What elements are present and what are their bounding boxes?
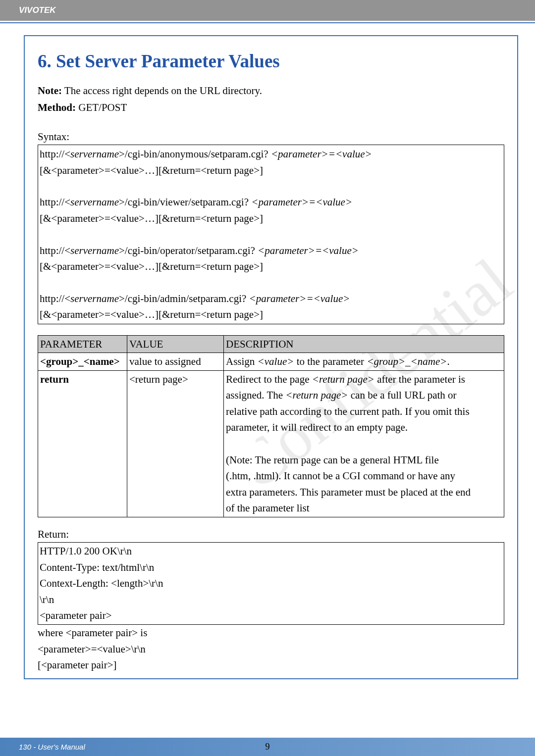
servername-ital: servername (70, 245, 119, 256)
param-ital: <parameter>=<value> (271, 148, 372, 160)
i: <value> (258, 355, 294, 367)
t: to the parameter (294, 355, 367, 367)
t: (.htm, .html). It cannot be a CGI comman… (226, 468, 502, 484)
cell-value: value to assigned (127, 353, 224, 371)
return-line: Content-Type: text/html\r\n (40, 559, 502, 576)
cell-desc: Redirect to the page <return page> after… (224, 370, 504, 517)
method-value: GET/POST (76, 101, 127, 113)
return-line: \r\n (40, 592, 502, 608)
brand-text: VIVOTEK (19, 5, 56, 15)
cell-value: <return page> (127, 370, 224, 517)
return-line: HTTP/1.0 200 OK\r\n (40, 543, 502, 559)
cell-desc: Assign <value> to the parameter <group>_… (224, 353, 504, 371)
syntax-line: [&<parameter>=<value>…][&return=<return … (40, 162, 502, 179)
i: <return page> (312, 373, 374, 385)
t: Assign (226, 355, 258, 367)
th-parameter: PARAMETER (38, 335, 127, 353)
brand-header: VIVOTEK (0, 0, 535, 21)
cell-param: return (38, 370, 127, 517)
syntax-label: Syntax: (38, 129, 504, 145)
return-where-line: where <parameter pair> is (38, 625, 504, 641)
footer-left: 130 - User's Manual (19, 743, 85, 751)
th-description: DESCRIPTION (224, 335, 504, 353)
t: >/cgi-bin/anonymous/setparam.cgi? (119, 148, 271, 160)
servername-ital: servername (70, 148, 119, 160)
table-row: return <return page> Redirect to the pag… (38, 370, 504, 517)
t: Redirect to the page (226, 373, 312, 385)
method-label: Method: (38, 101, 76, 113)
t: >/cgi-bin/admin/setparam.cgi? (119, 293, 249, 304)
t: >/cgi-bin/viewer/setparam.cgi? (119, 196, 251, 208)
parameter-table: PARAMETER VALUE DESCRIPTION <group>_<nam… (38, 335, 504, 517)
t: (Note: The return page can be a general … (226, 452, 502, 468)
param-ital: <parameter>=<value> (251, 196, 352, 208)
return-box: HTTP/1.0 200 OK\r\n Content-Type: text/h… (38, 542, 504, 625)
param-ital: <parameter>=<value> (258, 245, 359, 256)
note-label: Note: (38, 85, 62, 97)
t: of the parameter list (226, 500, 502, 516)
table-header-row: PARAMETER VALUE DESCRIPTION (38, 335, 504, 353)
th-value: VALUE (127, 335, 224, 353)
syntax-line: [&<parameter>=<value>…][&return=<return … (40, 306, 502, 323)
cell-param: <group>_<name> (38, 353, 127, 371)
syntax-line: [&<parameter>=<value>…][&return=<return … (40, 258, 502, 275)
syntax-line: [&<parameter>=<value>…][&return=<return … (40, 210, 502, 227)
t: after the parameter is (374, 373, 465, 385)
syntax-line: http://<servername>/cgi-bin/viewer/setpa… (40, 194, 502, 210)
method-line: Method: GET/POST (38, 100, 504, 116)
note-text: The access right depends on the URL dire… (62, 85, 262, 97)
t: can be a full URL path or (348, 389, 456, 401)
t: http://< (40, 245, 70, 256)
syntax-line: http://<servername>/cgi-bin/admin/setpar… (40, 291, 502, 307)
i: <group>_<name> (367, 355, 447, 367)
i: <return page> (285, 389, 348, 401)
syntax-box: http://<servername>/cgi-bin/anonymous/se… (38, 145, 504, 324)
syntax-line: http://<servername>/cgi-bin/operator/set… (40, 243, 502, 259)
syntax-line: http://<servername>/cgi-bin/anonymous/se… (40, 146, 502, 162)
servername-ital: servername (70, 196, 119, 208)
t: http://< (40, 196, 70, 208)
return-where-line: [<parameter pair>] (38, 657, 504, 673)
param-name: return (40, 373, 69, 385)
table-row: <group>_<name> value to assigned Assign … (38, 353, 504, 371)
t: http://< (40, 148, 70, 160)
return-where-line: <parameter>=<value>\r\n (38, 641, 504, 657)
param-ital: <parameter>=<value> (249, 293, 350, 304)
t: relative path according to the current p… (226, 403, 502, 420)
t: parameter, it will redirect to an empty … (226, 419, 502, 436)
t: extra parameters. This parameter must be… (226, 484, 502, 501)
t: assigned. The (226, 389, 285, 401)
return-line: <parameter pair> (40, 607, 502, 624)
return-line: Context-Length: <length>\r\n (40, 575, 502, 592)
t: http://< (40, 293, 70, 304)
content-frame: Confidential 6. Set Server Parameter Val… (24, 35, 518, 679)
t: >/cgi-bin/operator/setparam.cgi? (119, 245, 258, 256)
page-number: 9 (266, 740, 270, 754)
note-line: Note: The access right depends on the UR… (38, 83, 504, 99)
section-title: 6. Set Server Parameter Values (38, 47, 504, 75)
header-rule (0, 22, 535, 23)
return-label: Return: (38, 526, 504, 543)
servername-ital: servername (70, 293, 119, 304)
t: . (447, 355, 449, 367)
param-name: <group>_<name> (40, 355, 120, 367)
